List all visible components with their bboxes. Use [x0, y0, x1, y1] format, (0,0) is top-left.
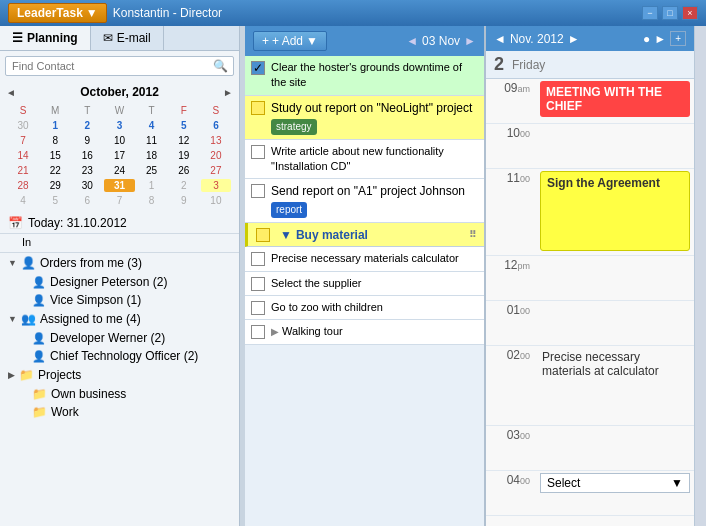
cal-day-5[interactable]: 5	[169, 119, 199, 132]
tab-email[interactable]: ✉ E-mail	[91, 26, 164, 50]
cal-panel-next-button[interactable]: ►	[654, 32, 666, 46]
projects-section[interactable]: ▶ 📁 Projects	[0, 365, 239, 385]
task-checkbox-group[interactable]	[256, 228, 270, 242]
task-checkbox-3[interactable]	[251, 145, 265, 159]
task-date-next-button[interactable]: ►	[464, 34, 476, 48]
task-checkbox-8[interactable]	[251, 301, 265, 315]
sub-chief-tech[interactable]: 👤 Chief Technology Officer (2)	[0, 347, 239, 365]
cal-day-2b[interactable]: 2	[169, 179, 199, 192]
cal-day-2[interactable]: 2	[72, 119, 102, 132]
meeting-event[interactable]: MEETING WITH THE CHIEF	[540, 81, 690, 117]
task-date-label: 03 Nov	[422, 34, 460, 48]
cal-day-4[interactable]: 4	[137, 119, 167, 132]
cal-day-1b[interactable]: 1	[137, 179, 167, 192]
cal-day-11[interactable]: 11	[137, 134, 167, 147]
cal-month-prev-button[interactable]: ◄	[494, 32, 506, 46]
sub-designer-peterson[interactable]: 👤 Designer Peterson (2)	[0, 273, 239, 291]
time-ampm-1: 00	[520, 306, 530, 316]
cal-day-21[interactable]: 21	[8, 164, 38, 177]
minimize-button[interactable]: −	[642, 6, 658, 20]
select-dropdown[interactable]: Select ▼	[540, 473, 690, 493]
time-content-2: Precise necessary materials at calculato…	[536, 346, 694, 390]
cal-day-8[interactable]: 8	[40, 134, 70, 147]
cal-day-9[interactable]: 9	[72, 134, 102, 147]
cal-time-scroll[interactable]: 09am MEETING WITH THE CHIEF 1000 1100	[486, 79, 694, 526]
maximize-button[interactable]: □	[662, 6, 678, 20]
cal-day-1[interactable]: 1	[40, 119, 70, 132]
cal-day-14[interactable]: 14	[8, 149, 38, 162]
time-label-3: 0300	[486, 426, 536, 444]
task-date-prev-button[interactable]: ◄	[406, 34, 418, 48]
cal-day-18[interactable]: 18	[137, 149, 167, 162]
cal-day-13[interactable]: 13	[201, 134, 231, 147]
cal-day-19[interactable]: 19	[169, 149, 199, 162]
task-checkbox-1[interactable]: ✓	[251, 61, 265, 75]
cal-day-22[interactable]: 22	[40, 164, 70, 177]
cal-day-23[interactable]: 23	[72, 164, 102, 177]
sub-vice-simpson[interactable]: 👤 Vice Simpson (1)	[0, 291, 239, 309]
task-checkbox-9[interactable]	[251, 325, 265, 339]
cal-day-26[interactable]: 26	[169, 164, 199, 177]
task-item[interactable]: ✓ Clear the hoster's grounds downtime of…	[245, 56, 484, 96]
assigned-section[interactable]: ▼ 👥 Assigned to me (4)	[0, 309, 239, 329]
cal-day-15[interactable]: 15	[40, 149, 70, 162]
cal-view-option-button[interactable]: ●	[643, 32, 650, 46]
cal-day-10[interactable]: 10	[104, 134, 134, 147]
sub-own-business[interactable]: 📁 Own business	[0, 385, 239, 403]
cal-day-24[interactable]: 24	[104, 164, 134, 177]
cal-day-17[interactable]: 17	[104, 149, 134, 162]
cal-prev-button[interactable]: ◄	[6, 87, 16, 98]
cal-day-3b[interactable]: 3	[201, 179, 231, 192]
cal-day-6b[interactable]: 6	[72, 194, 102, 207]
cal-next-button[interactable]: ►	[223, 87, 233, 98]
task-item[interactable]: Precise necessary materials calculator	[245, 247, 484, 271]
task-item[interactable]: Send report on "A1" project Johnson repo…	[245, 179, 484, 223]
sub-work[interactable]: 📁 Work	[0, 403, 239, 421]
cal-day-27[interactable]: 27	[201, 164, 231, 177]
task-item[interactable]: Select the supplier	[245, 272, 484, 296]
add-task-button[interactable]: + + Add ▼	[253, 31, 327, 51]
cal-day-25[interactable]: 25	[137, 164, 167, 177]
cal-day-7[interactable]: 7	[8, 134, 38, 147]
cal-day-20[interactable]: 20	[201, 149, 231, 162]
cal-day-30b[interactable]: 30	[72, 179, 102, 192]
task-group-buy-material[interactable]: ▼ Buy material ⠿	[245, 223, 484, 247]
in-label[interactable]: In	[0, 234, 239, 253]
task-item[interactable]: Go to zoo with children	[245, 296, 484, 320]
cal-day-4b[interactable]: 4	[8, 194, 38, 207]
task-checkbox-2[interactable]	[251, 101, 265, 115]
time-ampm-11: 00	[520, 174, 530, 184]
cal-day-30[interactable]: 30	[8, 119, 38, 132]
tab-planning[interactable]: ☰ Planning	[0, 26, 91, 50]
cal-day-28[interactable]: 28	[8, 179, 38, 192]
sign-agreement-event[interactable]: Sign the Agreement	[540, 171, 690, 251]
task-checkbox-7[interactable]	[251, 277, 265, 291]
cal-day-6[interactable]: 6	[201, 119, 231, 132]
search-button[interactable]: 🔍	[208, 57, 233, 75]
cal-month-next-button[interactable]: ►	[568, 32, 580, 46]
cal-day-7b[interactable]: 7	[104, 194, 134, 207]
time-label-4: 0400	[486, 471, 536, 489]
sub-developer-werner[interactable]: 👤 Developer Werner (2)	[0, 329, 239, 347]
task-item[interactable]: Study out report on "NeoLight" project s…	[245, 96, 484, 140]
cal-day-9b[interactable]: 9	[169, 194, 199, 207]
cal-day-3[interactable]: 3	[104, 119, 134, 132]
cal-day-29[interactable]: 29	[40, 179, 70, 192]
cal-day-10b[interactable]: 10	[201, 194, 231, 207]
orders-section[interactable]: ▼ 👤 Orders from me (3)	[0, 253, 239, 273]
cal-add-event-button[interactable]: +	[670, 31, 686, 46]
leadertask-button[interactable]: LeaderTask ▼	[8, 3, 107, 23]
task-item[interactable]: ▶ Walking tour	[245, 320, 484, 344]
cal-day-5b[interactable]: 5	[40, 194, 70, 207]
task-checkbox-6[interactable]	[251, 252, 265, 266]
group-label: Buy material	[296, 228, 368, 242]
search-input[interactable]	[6, 57, 208, 75]
task-checkbox-4[interactable]	[251, 184, 265, 198]
cal-day-31[interactable]: 31	[104, 179, 134, 192]
cal-day-8b[interactable]: 8	[137, 194, 167, 207]
scrollbar[interactable]	[694, 26, 706, 526]
task-item[interactable]: Write article about new functionality "I…	[245, 140, 484, 180]
cal-day-12[interactable]: 12	[169, 134, 199, 147]
cal-day-16[interactable]: 16	[72, 149, 102, 162]
close-button[interactable]: ×	[682, 6, 698, 20]
